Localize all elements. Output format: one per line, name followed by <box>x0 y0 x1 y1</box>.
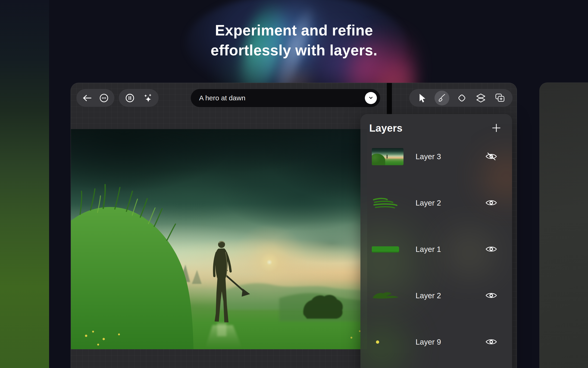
layer-thumbnail <box>372 246 404 253</box>
visibility-toggle[interactable] <box>485 198 498 208</box>
chevron-down-icon <box>367 94 374 102</box>
eye-slash-icon <box>485 152 497 162</box>
eye-icon <box>485 198 497 208</box>
layer-thumbnail-scribble <box>372 196 404 210</box>
layer-thumbnail <box>372 340 404 344</box>
pause-button[interactable] <box>123 92 136 104</box>
cursor-icon <box>417 93 426 103</box>
visibility-toggle[interactable] <box>485 152 498 162</box>
layer-name: Layer 9 <box>415 338 485 346</box>
page-title-line1: Experiment and refine <box>0 20 588 40</box>
layer-thumbnail <box>372 290 404 301</box>
brush-tool-button[interactable] <box>435 91 449 105</box>
canvas[interactable] <box>71 129 367 349</box>
add-layer-button[interactable] <box>491 123 502 134</box>
more-options-button[interactable] <box>97 92 110 104</box>
layers-panel: Layers Layer 3 <box>360 114 512 368</box>
sparkle-icon <box>142 93 153 103</box>
layers-panel-header: Layers <box>360 114 512 134</box>
layer-name: Layer 2 <box>415 291 485 300</box>
prompt-text: A hero at dawn <box>199 94 246 102</box>
back-button[interactable] <box>80 92 93 104</box>
layers-stack-icon <box>476 93 486 103</box>
art-foreground <box>71 129 367 349</box>
prompt-expand-button[interactable] <box>365 92 377 104</box>
layer-name: Layer 2 <box>415 199 485 207</box>
layer-name: Layer 1 <box>415 245 485 254</box>
duplicate-plus-icon <box>495 93 505 103</box>
toolbar-playback-pill <box>119 89 158 107</box>
layer-thumbnail <box>372 148 404 165</box>
pause-icon <box>125 93 135 103</box>
duplicate-canvas-button[interactable] <box>493 92 507 104</box>
eraser-tool-button[interactable] <box>455 92 468 104</box>
visibility-toggle[interactable] <box>485 337 498 347</box>
visibility-toggle[interactable] <box>485 291 498 301</box>
marketing-screenshot: Experiment and refine effortlessly with … <box>0 0 588 368</box>
window-section-divider <box>387 83 392 114</box>
tools-pill <box>409 89 513 107</box>
eye-icon <box>485 245 497 254</box>
more-options-icon <box>99 93 109 103</box>
layers-panel-title: Layers <box>369 122 403 134</box>
select-tool-button[interactable] <box>415 92 428 104</box>
secondary-window-partial <box>539 83 588 368</box>
layer-thumbnail <box>372 196 404 210</box>
layer-row-1[interactable]: Layer 2 <box>360 180 512 226</box>
paint-brush-icon <box>437 93 447 103</box>
layer-row-3[interactable]: Layer 2 <box>360 273 512 319</box>
layer-thumbnail-art <box>372 148 404 165</box>
toolbar-navigation-pill <box>76 89 114 107</box>
layer-name: Layer 3 <box>415 152 485 161</box>
page-title-line2: effortlessly with layers. <box>0 40 588 60</box>
eye-icon <box>485 291 497 301</box>
visibility-toggle[interactable] <box>485 244 498 254</box>
layers-tool-button[interactable] <box>474 92 487 104</box>
layer-thumbnail-bar <box>372 246 399 253</box>
eye-icon <box>485 337 497 347</box>
layer-row-4[interactable]: Layer 9 <box>360 319 512 365</box>
page-title: Experiment and refine effortlessly with … <box>0 20 588 60</box>
layer-thumbnail-dot <box>376 340 379 344</box>
prompt-input[interactable]: A hero at dawn <box>191 89 380 107</box>
layer-row-0[interactable]: Layer 3 <box>360 133 512 180</box>
generate-sparkle-button[interactable] <box>141 92 154 104</box>
back-arrow-icon <box>81 93 92 103</box>
plus-icon <box>491 123 501 133</box>
layer-list: Layer 3 <box>360 133 512 365</box>
eraser-icon <box>457 93 467 103</box>
layer-row-2[interactable]: Layer 1 <box>360 226 512 273</box>
layer-thumbnail-blob <box>372 290 404 301</box>
